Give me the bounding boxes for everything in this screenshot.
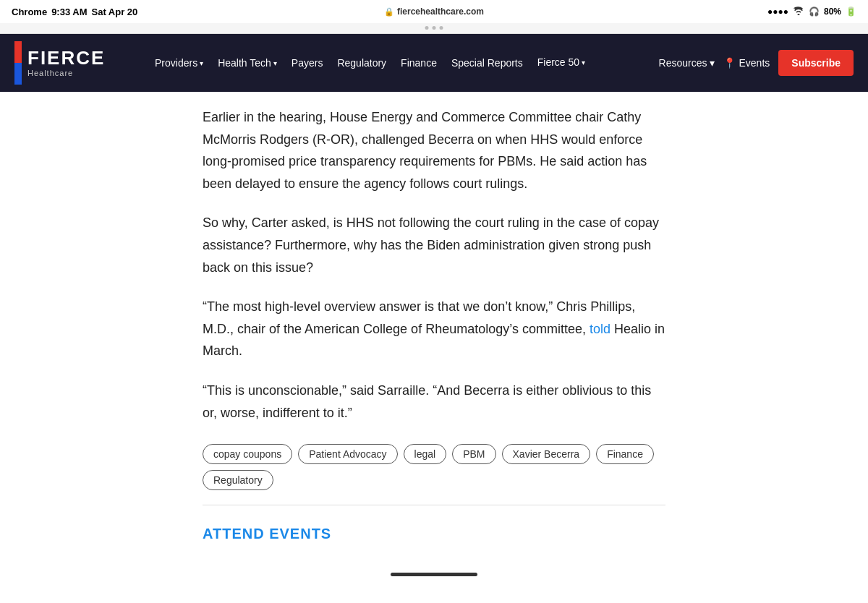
attend-events-title: ATTEND EVENTS [203,526,665,542]
signal-icon: ●●●● [767,7,788,17]
browser-dots [425,26,443,30]
subscribe-button[interactable]: Subscribe [778,50,854,76]
logo-text: FIERCE Healthcare [27,48,105,77]
date-label: Sat Apr 20 [92,7,138,17]
browser-top [0,26,868,29]
nav-right: Resources ▾ 📍 Events Subscribe [659,50,854,76]
health-tech-chevron-icon: ▾ [273,59,277,67]
article-body: Earlier in the hearing, House Energy and… [203,106,665,542]
article-paragraph-3: “The most high-level overview answer is … [203,296,665,362]
nav-links: Providers ▾ Health Tech ▾ Payers Regulat… [148,51,659,74]
nav-fierce-50[interactable]: Fierce 50 ▾ [530,51,592,74]
article-paragraph-1: Earlier in the hearing, House Energy and… [203,106,665,194]
tag-copay-coupons[interactable]: copay coupons [203,444,292,464]
tag-legal[interactable]: legal [404,444,447,464]
nav-finance[interactable]: Finance [393,51,444,74]
events-button[interactable]: 📍 Events [723,57,770,69]
home-bar [391,573,477,576]
dot3 [440,26,443,30]
tag-pbm[interactable]: PBM [452,444,495,464]
logo-area[interactable]: FIERCE Healthcare [14,41,130,85]
tags-section: copay couponsPatient AdvocacylegalPBMXav… [203,444,665,490]
nav-providers[interactable]: Providers ▾ [148,51,210,74]
lock-icon: 🔒 [384,7,394,17]
status-left: Chrome 9:33 AM Sat Apr 20 [12,7,137,17]
dot1 [425,26,429,30]
para3-before-link: “The most high-level overview answer is … [203,299,635,336]
healio-link[interactable]: told [590,322,610,336]
status-bar: Chrome 9:33 AM Sat Apr 20 🔒 fiercehealth… [0,0,868,23]
article-paragraph-2: So why, Carter asked, is HHS not followi… [203,212,665,278]
battery-icon: 🔋 [846,7,856,17]
providers-chevron-icon: ▾ [200,59,203,67]
resources-button[interactable]: Resources ▾ [659,57,715,69]
fierce-50-chevron-icon: ▾ [582,59,585,67]
nav-payers[interactable]: Payers [284,51,331,74]
wifi-icon [793,7,804,17]
content-area: Earlier in the hearing, House Energy and… [145,92,723,564]
nav-special-reports[interactable]: Special Reports [444,51,530,74]
status-right: ●●●● 🎧 80% 🔋 [767,7,856,17]
time-label: 9:33 AM [51,7,87,17]
home-indicator [0,564,868,581]
dot2 [433,26,436,30]
carrier-label: Chrome [12,7,47,17]
browser-chrome [0,23,868,34]
tag-finance[interactable]: Finance [596,444,654,464]
logo-fierce: FIERCE [27,48,105,67]
url-text: fiercehealthcare.com [397,7,484,17]
site-nav: FIERCE Healthcare Providers ▾ Health Tec… [0,34,868,92]
resources-chevron-icon: ▾ [710,57,715,69]
tag-regulatory[interactable]: Regulatory [203,470,273,490]
article-paragraph-4: “This is unconscionable,” said Sarraille… [203,380,665,424]
url-bar[interactable]: 🔒 fiercehealthcare.com [384,7,484,17]
battery-label: 80% [824,7,841,17]
nav-health-tech[interactable]: Health Tech ▾ [210,51,284,74]
logo-flag [14,41,22,85]
tag-xavier-becerra[interactable]: Xavier Becerra [502,444,591,464]
tag-patient-advocacy[interactable]: Patient Advocacy [298,444,397,464]
attend-events-section: ATTEND EVENTS [203,505,665,542]
logo-healthcare: Healthcare [27,69,105,77]
nav-regulatory[interactable]: Regulatory [330,51,393,74]
location-pin-icon: 📍 [723,57,736,69]
headphone-icon: 🎧 [809,7,820,17]
